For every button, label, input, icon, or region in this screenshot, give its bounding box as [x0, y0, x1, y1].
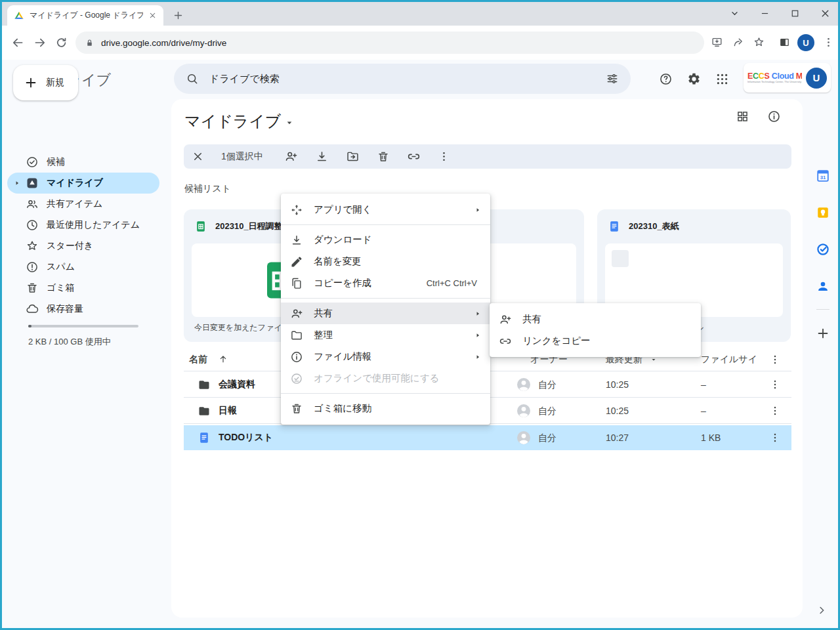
search-options-tune-icon[interactable] [606, 72, 619, 85]
file-name[interactable]: TODOリスト [219, 432, 273, 444]
url-text[interactable]: drive.google.com/drive/my-drive [101, 38, 226, 48]
account-avatar[interactable]: U [806, 68, 827, 89]
new-button-label: 新規 [46, 77, 64, 89]
contacts-icon[interactable] [816, 279, 830, 293]
google-apps-grid-icon[interactable] [715, 72, 729, 86]
grid-view-toggle-icon[interactable] [736, 110, 749, 123]
download-icon[interactable] [315, 150, 329, 163]
sidebar-item-recent[interactable]: 最近使用したアイテム [7, 215, 159, 236]
lock-icon [85, 38, 94, 48]
sheets-file-icon [194, 220, 207, 233]
size-cell: – [701, 379, 706, 390]
browser-toolbar: drive.google.com/drive/my-drive U [2, 26, 838, 60]
reload-button[interactable] [54, 36, 68, 49]
submenu-arrow-icon [474, 310, 481, 317]
file-row-3-selected[interactable]: TODOリスト 自分 10:27 1 KB [184, 425, 791, 450]
trash-icon[interactable] [377, 150, 390, 163]
expand-arrow-icon[interactable] [14, 180, 20, 186]
sidebar-item-storage[interactable]: 保存容量 [7, 299, 159, 320]
menu-shortcut: Ctrl+C Ctrl+V [427, 278, 477, 288]
menu-item-file-info[interactable]: ファイル情報 [281, 346, 490, 368]
share-person-add-icon [499, 313, 512, 326]
row-actions-kebab-icon[interactable] [769, 432, 781, 444]
browser-menu-kebab-icon[interactable] [822, 36, 835, 49]
account-badge[interactable]: ECCS Cloud Mail Information Technology C… [744, 63, 831, 93]
browser-tab[interactable]: マイドライブ - Google ドライブ [7, 5, 163, 26]
sidebar-item-my-drive[interactable]: マイドライブ [7, 173, 159, 194]
window-maximize-button[interactable] [789, 8, 801, 19]
row-actions-kebab-icon[interactable] [769, 379, 781, 390]
thumb-placeholder [612, 250, 629, 267]
side-panel-icon[interactable] [778, 36, 791, 49]
menu-item-move-to-trash[interactable]: ゴミ箱に移動 [281, 398, 490, 419]
sidebar-item-trash[interactable]: ゴミ箱 [7, 278, 159, 299]
bookmark-star-icon[interactable] [753, 36, 765, 49]
owner-avatar [516, 377, 532, 392]
search-placeholder[interactable]: ドライブで検索 [209, 73, 595, 85]
sidebar-item-label: 共有アイテム [47, 198, 102, 210]
submenu-arrow-icon [474, 207, 481, 213]
menu-item-label: ゴミ箱に移動 [314, 402, 481, 415]
move-folder-icon[interactable] [346, 150, 360, 163]
collapse-panel-chevron-icon[interactable] [816, 604, 828, 616]
brand-seg: E [747, 72, 753, 81]
menu-item-rename[interactable]: 名前を変更 [281, 251, 490, 272]
menu-item-download[interactable]: ダウンロード [281, 229, 490, 251]
column-options-kebab-icon[interactable] [769, 354, 781, 366]
sidebar-item-shared[interactable]: 共有アイテム [7, 194, 159, 215]
menu-item-make-copy[interactable]: コピーを作成 Ctrl+C Ctrl+V [281, 272, 490, 294]
col-header-name[interactable]: 名前 [189, 354, 207, 366]
sidebar-item-label: マイドライブ [47, 177, 103, 189]
new-button[interactable]: 新規 [13, 65, 78, 100]
install-icon[interactable] [711, 36, 723, 49]
share-person-add-icon[interactable] [284, 150, 298, 163]
help-icon[interactable] [659, 72, 673, 86]
sidebar-item-spam[interactable]: スパム [7, 257, 159, 278]
tab-close-icon[interactable] [148, 11, 157, 20]
share-icon[interactable] [732, 36, 744, 49]
menu-item-organize[interactable]: 整理 [281, 324, 490, 346]
more-actions-kebab-icon[interactable] [438, 150, 450, 163]
calendar-icon[interactable] [816, 169, 830, 183]
col-header-size[interactable]: ファイルサイズ [701, 354, 756, 366]
new-tab-button[interactable] [173, 10, 184, 21]
submenu-item-copy-link[interactable]: リンクをコピー [490, 330, 701, 352]
tasks-icon[interactable] [816, 242, 830, 257]
search-icon[interactable] [186, 72, 199, 85]
page-title[interactable]: マイドライブ [184, 111, 281, 132]
modified-cell: 10:25 [606, 406, 629, 416]
browser-profile-avatar[interactable]: U [797, 34, 814, 51]
tab-title: マイドライブ - Google ドライブ [30, 10, 143, 21]
window-minimize-button[interactable] [759, 8, 770, 19]
menu-item-share[interactable]: 共有 [281, 303, 490, 324]
settings-gear-icon[interactable] [687, 72, 701, 86]
trash-icon [26, 282, 39, 295]
rail-add-icon[interactable] [816, 326, 830, 341]
sidebar-item-label: 候補 [47, 156, 65, 168]
forward-button[interactable] [33, 36, 47, 49]
address-bar[interactable]: drive.google.com/drive/my-drive [75, 32, 704, 54]
submenu-item-share[interactable]: 共有 [490, 308, 701, 330]
file-name[interactable]: 会議資料 [219, 379, 255, 390]
sidebar-item-starred[interactable]: スター付き [7, 236, 159, 257]
row-actions-kebab-icon[interactable] [769, 405, 781, 417]
window-close-button[interactable] [820, 8, 831, 19]
menu-item-label: オフラインで使用可能にする [314, 372, 481, 385]
brand-seg: C [753, 72, 759, 81]
keep-icon[interactable] [816, 205, 830, 220]
details-info-icon[interactable] [767, 110, 781, 123]
back-button[interactable] [11, 36, 24, 49]
copy-link-icon[interactable] [407, 150, 421, 163]
title-dropdown-caret-icon[interactable] [284, 117, 295, 128]
tab-search-chevron-icon[interactable] [729, 8, 740, 19]
owner-cell: 自分 [538, 379, 556, 391]
sort-ascending-arrow-icon[interactable] [218, 354, 228, 364]
file-name[interactable]: 日報 [219, 405, 237, 417]
search-bar[interactable]: ドライブで検索 [174, 64, 631, 94]
clear-selection-icon[interactable] [192, 150, 204, 163]
suggested-heading[interactable]: 候補リスト [184, 183, 231, 195]
sidebar-item-suggested[interactable]: 候補 [7, 152, 159, 173]
menu-item-open-with[interactable]: アプリで開く [281, 199, 490, 220]
sidebar-item-label: 最近使用したアイテム [47, 219, 140, 231]
storage-progress-track [28, 325, 138, 327]
